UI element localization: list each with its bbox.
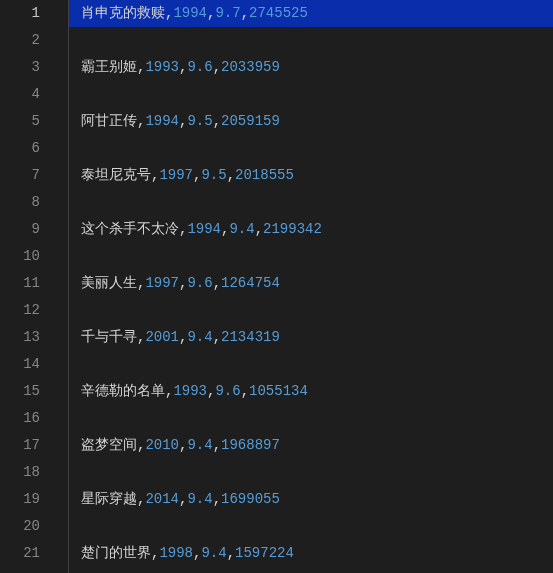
line-number: 15 xyxy=(0,378,68,405)
code-line[interactable] xyxy=(69,189,553,216)
line-number: 11 xyxy=(0,270,68,297)
line-number: 21 xyxy=(0,540,68,567)
movie-rating: 9.7 xyxy=(215,5,240,21)
line-number: 9 xyxy=(0,216,68,243)
separator: , xyxy=(213,275,221,291)
separator: , xyxy=(241,383,249,399)
movie-votes: 2018555 xyxy=(235,167,294,183)
code-line[interactable]: 星际穿越,2014,9.4,1699055 xyxy=(69,486,553,513)
code-line[interactable] xyxy=(69,27,553,54)
separator: , xyxy=(213,491,221,507)
movie-rating: 9.6 xyxy=(215,383,240,399)
movie-rating: 9.4 xyxy=(187,437,212,453)
movie-rating: 9.4 xyxy=(201,545,226,561)
movie-votes: 2745525 xyxy=(249,5,308,21)
code-line[interactable] xyxy=(69,297,553,324)
movie-rating: 9.4 xyxy=(187,491,212,507)
code-area[interactable]: 肖申克的救赎,1994,9.7,2745525霸王别姬,1993,9.6,203… xyxy=(69,0,553,573)
movie-votes: 1968897 xyxy=(221,437,280,453)
line-number: 1 xyxy=(0,0,68,27)
code-line[interactable] xyxy=(69,243,553,270)
movie-title: 千与千寻 xyxy=(81,329,137,345)
separator: , xyxy=(213,113,221,129)
separator: , xyxy=(227,167,235,183)
movie-title: 肖申克的救赎 xyxy=(81,5,165,21)
separator: , xyxy=(213,59,221,75)
movie-votes: 1264754 xyxy=(221,275,280,291)
line-number: 4 xyxy=(0,81,68,108)
line-number: 20 xyxy=(0,513,68,540)
line-number: 10 xyxy=(0,243,68,270)
movie-year: 1997 xyxy=(145,275,179,291)
line-number: 18 xyxy=(0,459,68,486)
code-line[interactable]: 肖申克的救赎,1994,9.7,2745525 xyxy=(69,0,553,27)
line-number: 3 xyxy=(0,54,68,81)
movie-rating: 9.5 xyxy=(201,167,226,183)
line-number: 8 xyxy=(0,189,68,216)
code-line[interactable]: 霸王别姬,1993,9.6,2033959 xyxy=(69,54,553,81)
code-line[interactable]: 盗梦空间,2010,9.4,1968897 xyxy=(69,432,553,459)
separator: , xyxy=(213,329,221,345)
separator: , xyxy=(255,221,263,237)
code-line[interactable]: 这个杀手不太冷,1994,9.4,2199342 xyxy=(69,216,553,243)
movie-rating: 9.6 xyxy=(187,275,212,291)
code-line[interactable] xyxy=(69,459,553,486)
code-line[interactable] xyxy=(69,81,553,108)
movie-votes: 1699055 xyxy=(221,491,280,507)
code-line[interactable]: 千与千寻,2001,9.4,2134319 xyxy=(69,324,553,351)
code-line[interactable]: 楚门的世界,1998,9.4,1597224 xyxy=(69,540,553,567)
code-line[interactable]: 阿甘正传,1994,9.5,2059159 xyxy=(69,108,553,135)
movie-title: 这个杀手不太冷 xyxy=(81,221,179,237)
movie-rating: 9.4 xyxy=(187,329,212,345)
code-line[interactable] xyxy=(69,513,553,540)
code-line[interactable]: 辛德勒的名单,1993,9.6,1055134 xyxy=(69,378,553,405)
movie-year: 1997 xyxy=(159,167,193,183)
separator: , xyxy=(213,437,221,453)
separator: , xyxy=(241,5,249,21)
movie-year: 1993 xyxy=(173,383,207,399)
movie-title: 楚门的世界 xyxy=(81,545,151,561)
line-number-gutter: 123456789101112131415161718192021 xyxy=(0,0,68,573)
movie-title: 美丽人生 xyxy=(81,275,137,291)
movie-year: 2001 xyxy=(145,329,179,345)
movie-title: 星际穿越 xyxy=(81,491,137,507)
movie-votes: 2059159 xyxy=(221,113,280,129)
line-number: 2 xyxy=(0,27,68,54)
code-line[interactable]: 泰坦尼克号,1997,9.5,2018555 xyxy=(69,162,553,189)
movie-year: 1994 xyxy=(173,5,207,21)
movie-year: 1993 xyxy=(145,59,179,75)
movie-rating: 9.6 xyxy=(187,59,212,75)
movie-year: 1998 xyxy=(159,545,193,561)
line-number: 12 xyxy=(0,297,68,324)
code-line[interactable] xyxy=(69,405,553,432)
code-line[interactable]: 美丽人生,1997,9.6,1264754 xyxy=(69,270,553,297)
movie-votes: 1597224 xyxy=(235,545,294,561)
line-number: 13 xyxy=(0,324,68,351)
line-number: 17 xyxy=(0,432,68,459)
movie-year: 1994 xyxy=(187,221,221,237)
movie-title: 霸王别姬 xyxy=(81,59,137,75)
movie-votes: 2199342 xyxy=(263,221,322,237)
code-line[interactable] xyxy=(69,351,553,378)
movie-votes: 1055134 xyxy=(249,383,308,399)
line-number: 14 xyxy=(0,351,68,378)
movie-year: 2010 xyxy=(145,437,179,453)
line-number: 6 xyxy=(0,135,68,162)
movie-votes: 2134319 xyxy=(221,329,280,345)
separator: , xyxy=(227,545,235,561)
movie-title: 辛德勒的名单 xyxy=(81,383,165,399)
code-line[interactable] xyxy=(69,135,553,162)
movie-year: 1994 xyxy=(145,113,179,129)
line-number: 7 xyxy=(0,162,68,189)
line-number: 16 xyxy=(0,405,68,432)
movie-votes: 2033959 xyxy=(221,59,280,75)
movie-title: 泰坦尼克号 xyxy=(81,167,151,183)
movie-year: 2014 xyxy=(145,491,179,507)
movie-rating: 9.4 xyxy=(229,221,254,237)
line-number: 5 xyxy=(0,108,68,135)
movie-title: 盗梦空间 xyxy=(81,437,137,453)
movie-title: 阿甘正传 xyxy=(81,113,137,129)
line-number: 19 xyxy=(0,486,68,513)
movie-rating: 9.5 xyxy=(187,113,212,129)
code-editor[interactable]: 123456789101112131415161718192021 肖申克的救赎… xyxy=(0,0,553,573)
